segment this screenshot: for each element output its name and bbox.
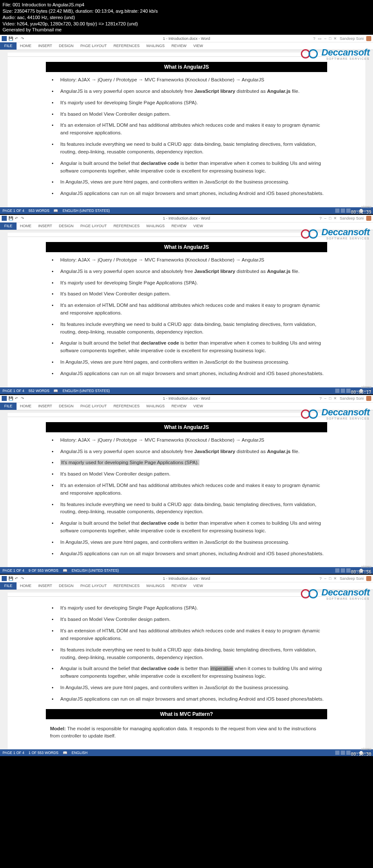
document-area[interactable]: What is AngularJS History: AJAX → jQuery… bbox=[0, 230, 373, 387]
save-icon[interactable]: 💾 bbox=[8, 216, 13, 220]
redo-icon[interactable]: ↷ bbox=[20, 576, 25, 581]
file-tab[interactable]: FILE bbox=[0, 582, 17, 590]
view-read-icon[interactable] bbox=[335, 751, 339, 755]
user-avatar[interactable] bbox=[366, 36, 371, 41]
view-read-icon[interactable] bbox=[335, 389, 339, 393]
close-icon[interactable]: ✕ bbox=[334, 396, 337, 401]
tab-design[interactable]: DESIGN bbox=[56, 403, 77, 410]
tab-view[interactable]: VIEW bbox=[190, 582, 207, 590]
zoom-slider[interactable]: ——⬤—— bbox=[352, 209, 370, 213]
user-avatar[interactable] bbox=[366, 396, 371, 401]
page-content[interactable]: What is AngularJS History: AJAX → jQuery… bbox=[8, 237, 365, 387]
view-read-icon[interactable] bbox=[335, 209, 339, 213]
tab-mailings[interactable]: MAILINGS bbox=[143, 223, 168, 230]
tab-pagelayout[interactable]: PAGE LAYOUT bbox=[77, 582, 110, 590]
language[interactable]: ENGLISH (UNITED STATES) bbox=[72, 568, 119, 573]
help-icon[interactable]: ? bbox=[320, 396, 322, 401]
user-avatar[interactable] bbox=[366, 216, 371, 221]
file-tab[interactable]: FILE bbox=[0, 42, 17, 50]
file-tab[interactable]: FILE bbox=[0, 403, 17, 410]
view-web-icon[interactable] bbox=[346, 209, 351, 213]
document-area[interactable]: What is AngularJS History: AJAX → jQuery… bbox=[0, 50, 373, 207]
undo-icon[interactable]: ↶ bbox=[14, 576, 19, 581]
tab-insert[interactable]: INSERT bbox=[35, 223, 56, 230]
help-icon[interactable]: ? bbox=[320, 576, 322, 581]
spell-icon[interactable]: 📖 bbox=[53, 389, 58, 393]
word-count[interactable]: 552 WORDS bbox=[28, 389, 49, 393]
view-print-icon[interactable] bbox=[341, 209, 345, 213]
spell-icon[interactable]: 📖 bbox=[63, 751, 67, 755]
tab-references[interactable]: REFERENCES bbox=[110, 582, 143, 590]
tab-pagelayout[interactable]: PAGE LAYOUT bbox=[77, 42, 110, 50]
redo-icon[interactable]: ↷ bbox=[20, 216, 25, 220]
language[interactable]: ENGLISH (UNITED STATES) bbox=[62, 209, 109, 213]
page-content[interactable]: What is AngularJS History: AJAX → jQuery… bbox=[8, 417, 365, 568]
language[interactable]: ENGLISH (UNITED STATES) bbox=[62, 389, 109, 393]
tab-references[interactable]: REFERENCES bbox=[110, 42, 143, 50]
help-icon[interactable]: ? bbox=[320, 216, 322, 220]
tab-references[interactable]: REFERENCES bbox=[110, 223, 143, 230]
undo-icon[interactable]: ↶ bbox=[14, 36, 19, 41]
tab-view[interactable]: VIEW bbox=[190, 223, 207, 230]
tab-home[interactable]: HOME bbox=[17, 42, 35, 50]
user-name[interactable]: Sandeep Soni bbox=[339, 576, 364, 581]
page-content[interactable]: It's majorly used for developing Single … bbox=[8, 597, 365, 749]
document-area[interactable]: What is AngularJS History: AJAX → jQuery… bbox=[0, 410, 373, 568]
view-print-icon[interactable] bbox=[341, 568, 345, 573]
close-icon[interactable]: ✕ bbox=[334, 576, 337, 581]
tab-home[interactable]: HOME bbox=[17, 582, 35, 590]
page-indicator[interactable]: PAGE 1 OF 4 bbox=[3, 751, 24, 755]
maximize-icon[interactable]: □ bbox=[329, 216, 331, 220]
tab-design[interactable]: DESIGN bbox=[56, 223, 77, 230]
view-web-icon[interactable] bbox=[346, 568, 351, 573]
help-icon[interactable]: ? bbox=[313, 36, 315, 41]
save-icon[interactable]: 💾 bbox=[8, 576, 13, 581]
word-count[interactable]: 553 WORDS bbox=[28, 209, 49, 213]
user-name[interactable]: Sandeep Soni bbox=[339, 36, 364, 41]
tab-insert[interactable]: INSERT bbox=[35, 403, 56, 410]
minimize-icon[interactable]: – bbox=[324, 216, 326, 220]
minimize-icon[interactable]: – bbox=[324, 36, 326, 41]
spell-icon[interactable]: 📖 bbox=[53, 209, 58, 213]
user-avatar[interactable] bbox=[366, 576, 371, 581]
minimize-icon[interactable]: – bbox=[324, 396, 326, 401]
maximize-icon[interactable]: □ bbox=[329, 396, 331, 401]
language[interactable]: ENGLISH bbox=[72, 751, 87, 755]
document-area[interactable]: It's majorly used for developing Single … bbox=[0, 590, 373, 749]
tab-insert[interactable]: INSERT bbox=[35, 582, 56, 590]
view-web-icon[interactable] bbox=[346, 751, 351, 755]
page-indicator[interactable]: PAGE 1 OF 4 bbox=[3, 389, 24, 393]
page-indicator[interactable]: PAGE 1 OF 4 bbox=[3, 568, 24, 573]
save-icon[interactable]: 💾 bbox=[8, 36, 13, 41]
word-count[interactable]: 9 OF 553 WORDS bbox=[28, 568, 58, 573]
view-print-icon[interactable] bbox=[341, 751, 345, 755]
view-read-icon[interactable] bbox=[335, 568, 339, 573]
zoom-slider[interactable]: ——⬤—— bbox=[352, 751, 370, 755]
tab-view[interactable]: VIEW bbox=[190, 403, 207, 410]
zoom-slider[interactable]: ——⬤—— bbox=[352, 568, 370, 573]
tab-review[interactable]: REVIEW bbox=[168, 403, 190, 410]
close-icon[interactable]: ✕ bbox=[334, 36, 337, 41]
minimize-icon[interactable]: – bbox=[324, 576, 326, 581]
page-content[interactable]: What is AngularJS History: AJAX → jQuery… bbox=[8, 57, 365, 207]
tab-references[interactable]: REFERENCES bbox=[110, 403, 143, 410]
ribbon-min-icon[interactable]: ▭ bbox=[318, 36, 322, 41]
undo-icon[interactable]: ↶ bbox=[14, 216, 19, 220]
close-icon[interactable]: ✕ bbox=[334, 216, 337, 220]
tab-review[interactable]: REVIEW bbox=[168, 42, 190, 50]
file-tab[interactable]: FILE bbox=[0, 223, 17, 230]
user-name[interactable]: Sandeep Soni bbox=[339, 396, 364, 401]
view-web-icon[interactable] bbox=[346, 389, 351, 393]
view-print-icon[interactable] bbox=[341, 389, 345, 393]
user-name[interactable]: Sandeep Soni bbox=[339, 216, 364, 220]
spell-icon[interactable]: 📖 bbox=[63, 568, 67, 573]
tab-review[interactable]: REVIEW bbox=[168, 223, 190, 230]
tab-mailings[interactable]: MAILINGS bbox=[143, 582, 168, 590]
save-icon[interactable]: 💾 bbox=[8, 396, 13, 401]
tab-pagelayout[interactable]: PAGE LAYOUT bbox=[77, 223, 110, 230]
maximize-icon[interactable]: □ bbox=[329, 576, 331, 581]
redo-icon[interactable]: ↷ bbox=[20, 36, 25, 41]
tab-home[interactable]: HOME bbox=[17, 403, 35, 410]
tab-view[interactable]: VIEW bbox=[190, 42, 207, 50]
tab-mailings[interactable]: MAILINGS bbox=[143, 403, 168, 410]
